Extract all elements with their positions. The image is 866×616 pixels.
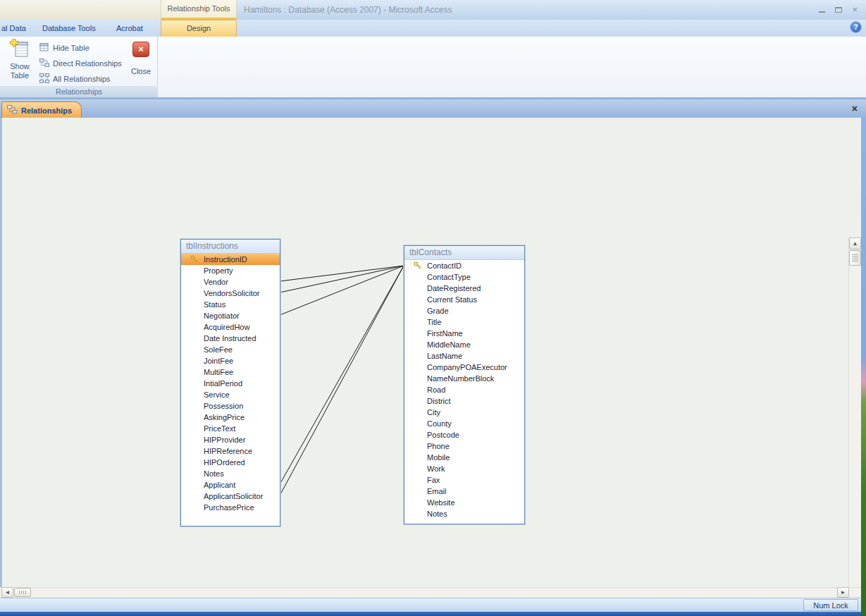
field-row[interactable]: Date Instructed (181, 333, 280, 344)
field-row[interactable]: NameNumberBlock (404, 373, 524, 384)
help-icon[interactable]: ? (850, 22, 861, 32)
field-name: Website (427, 498, 455, 507)
field-row[interactable]: Grade (404, 305, 524, 316)
field-row[interactable]: CompanyPOAExecutor (404, 362, 524, 373)
field-row[interactable]: HIPReference (181, 445, 280, 457)
field-row[interactable]: InstructionID (181, 254, 280, 265)
field-row[interactable]: Vendor (181, 276, 280, 288)
field-row[interactable]: ContactType (404, 271, 524, 283)
ribbon-tab-row: al Data Database Tools Acrobat Design (0, 20, 866, 37)
doc-close-icon[interactable]: × (852, 103, 858, 114)
field-row[interactable]: Notes (404, 508, 524, 519)
field-name: Property (204, 266, 233, 275)
scroll-left-icon[interactable]: ◄ (1, 587, 13, 598)
table-name[interactable]: tblContacts (404, 246, 524, 260)
hide-table-button[interactable]: Hide Table (39, 42, 89, 54)
horizontal-scroll-thumb[interactable] (14, 588, 31, 597)
vertical-scroll-thumb[interactable] (849, 250, 861, 266)
maximize-button[interactable] (835, 5, 842, 15)
field-row[interactable]: Postcode (404, 429, 524, 441)
field-row[interactable]: Title (404, 316, 524, 328)
minimize-button[interactable] (819, 5, 825, 15)
field-row[interactable]: Possession (181, 400, 280, 412)
document-tab-bar: Relationships × (0, 99, 866, 118)
field-name: ContactType (427, 273, 471, 281)
field-row[interactable]: SoleFee (181, 344, 280, 355)
status-bar: Num Lock (0, 598, 861, 612)
relationships-doc-tab[interactable]: Relationships (1, 101, 82, 118)
field-row[interactable]: Road (404, 384, 524, 395)
field-row[interactable]: AcquiredHow (181, 321, 280, 333)
tab-design[interactable]: Design (161, 20, 237, 37)
field-name: LastName (427, 352, 462, 360)
table-window-tblcontacts[interactable]: tblContacts ContactIDContactTypeDateRegi… (404, 245, 525, 524)
field-row[interactable]: HIPOrdered (181, 457, 280, 468)
key-slot-empty (414, 363, 422, 371)
field-row[interactable]: Notes (181, 468, 280, 479)
key-slot-empty (190, 357, 199, 365)
field-row[interactable]: District (404, 395, 524, 407)
field-row[interactable]: Property (181, 265, 280, 276)
vertical-scrollbar[interactable]: ▲ ▼ (848, 238, 860, 587)
field-row[interactable]: DateRegistered (404, 283, 524, 294)
tab-acrobat[interactable]: Acrobat (116, 20, 143, 37)
field-row[interactable]: AskingPrice (181, 412, 280, 423)
key-slot-empty (414, 318, 422, 326)
key-slot-empty (190, 312, 199, 320)
field-row[interactable]: MultiFee (181, 366, 280, 378)
all-relationships-button[interactable]: All Relationships (39, 73, 110, 85)
field-row[interactable]: PriceText (181, 423, 280, 434)
field-row[interactable]: JointFee (181, 355, 280, 366)
close-window-button[interactable]: × (852, 5, 858, 15)
key-slot-empty (414, 307, 422, 315)
field-row[interactable]: Mobile (404, 452, 524, 463)
key-slot-empty (414, 397, 422, 405)
field-row[interactable]: VendorsSolicitor (181, 288, 280, 299)
tab-database-tools[interactable]: Database Tools (42, 20, 96, 37)
field-row[interactable]: City (404, 407, 524, 418)
key-slot-empty (190, 300, 199, 309)
field-row[interactable]: Current Status (404, 294, 524, 305)
close-icon: × (132, 42, 149, 57)
field-name: Fax (427, 476, 440, 484)
key-slot-empty (190, 289, 199, 297)
all-relationships-label: All Relationships (53, 75, 110, 83)
field-name: AcquiredHow (204, 323, 249, 331)
tab-external-data[interactable]: al Data (1, 20, 26, 37)
table-window-tblinstructions[interactable]: tblInstructions InstructionIDPropertyVen… (180, 239, 280, 526)
key-slot-empty (190, 402, 199, 410)
table-name[interactable]: tblInstructions (181, 240, 280, 254)
field-row[interactable]: Email (404, 486, 524, 497)
scroll-right-icon[interactable]: ► (837, 587, 849, 598)
field-name: Title (427, 318, 441, 326)
horizontal-scrollbar[interactable]: ◄ ► (0, 587, 861, 598)
key-slot-empty (414, 352, 422, 360)
field-row[interactable]: Negotiator (181, 310, 280, 321)
key-slot-empty (414, 273, 422, 281)
field-row[interactable]: ContactID (404, 260, 524, 271)
field-row[interactable]: Fax (404, 474, 524, 486)
field-row[interactable]: ApplicantSolicitor (181, 491, 280, 502)
field-row[interactable]: MiddleName (404, 339, 524, 350)
field-row[interactable]: PurchasePrice (181, 502, 280, 513)
direct-relationships-label: Direct Relationships (53, 59, 122, 68)
key-slot-empty (414, 464, 422, 473)
field-row[interactable]: HIPProvider (181, 434, 280, 445)
key-slot-empty (414, 386, 422, 394)
field-row[interactable]: County (404, 418, 524, 429)
scroll-up-icon[interactable]: ▲ (849, 238, 861, 250)
field-name: FirstName (427, 329, 463, 338)
field-row[interactable]: FirstName (404, 328, 524, 339)
field-row[interactable]: Applicant (181, 479, 280, 491)
field-row[interactable]: Work (404, 463, 524, 474)
show-table-button[interactable]: Show Table (4, 39, 35, 85)
direct-relationships-button[interactable]: Direct Relationships (39, 57, 122, 70)
field-row[interactable]: Website (404, 497, 524, 508)
field-row[interactable]: Service (181, 389, 280, 400)
field-row[interactable]: Status (181, 299, 280, 310)
field-row[interactable]: Phone (404, 441, 524, 452)
close-button[interactable]: × Close (125, 39, 156, 85)
field-row[interactable]: LastName (404, 350, 524, 362)
field-row[interactable]: IntialPeriod (181, 378, 280, 389)
relationships-canvas[interactable]: tblInstructions InstructionIDPropertyVen… (0, 118, 866, 587)
